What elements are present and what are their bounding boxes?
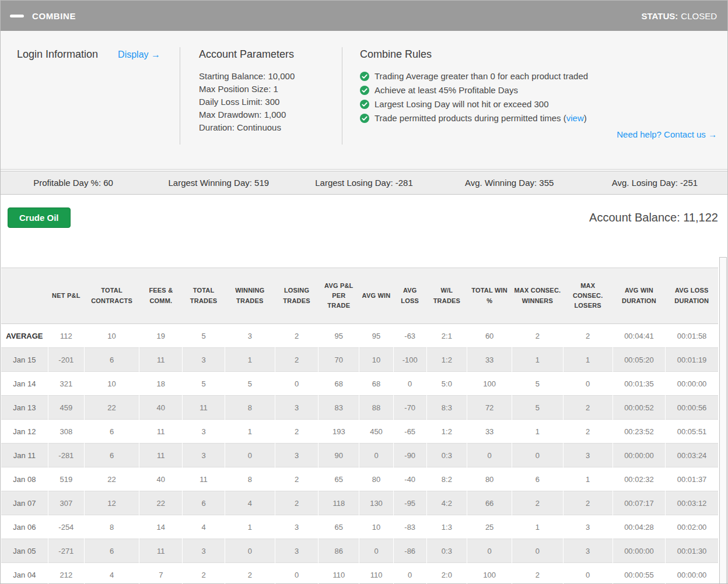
performance-table-section: NET P&LTOTAL CONTRACTSFEES & COMM.TOTAL … bbox=[1, 257, 727, 583]
rule-text: Largest Losing Day will not hit or excee… bbox=[374, 97, 549, 111]
table-cell: 8:2 bbox=[426, 467, 467, 491]
table-cell: -201 bbox=[48, 348, 84, 372]
table-cell: 68 bbox=[359, 372, 393, 396]
table-cell: 0 bbox=[467, 539, 512, 563]
table-cell: 1 bbox=[225, 515, 275, 539]
table-row: Jan 143211018550686805:01005000:01:3500:… bbox=[1, 372, 718, 396]
table-cell: 112 bbox=[48, 324, 84, 348]
table-cell: 6 bbox=[183, 491, 225, 515]
view-link[interactable]: view bbox=[566, 113, 584, 123]
row-label: Jan 11 bbox=[1, 444, 48, 467]
table-cell: 3 bbox=[183, 348, 225, 372]
table-cell: 11 bbox=[183, 467, 225, 491]
combine-rules-title: Combine Rules bbox=[360, 48, 717, 61]
help-row: Need help? Contact us → bbox=[360, 129, 717, 139]
table-cell: 00:05:51 bbox=[666, 420, 718, 444]
table-cell: 66 bbox=[467, 491, 512, 515]
parameter-line: Daily Loss Limit: 300 bbox=[199, 96, 342, 108]
table-header-row: NET P&LTOTAL CONTRACTSFEES & COMM.TOTAL … bbox=[1, 268, 718, 324]
table-cell: 130 bbox=[359, 491, 393, 515]
stat-largest-losing-day: Largest Losing Day: -281 bbox=[291, 178, 436, 188]
table-cell: 0 bbox=[225, 444, 275, 467]
table-scrollbar[interactable] bbox=[719, 257, 727, 583]
table-cell: 83 bbox=[318, 396, 359, 420]
table-cell: 2 bbox=[512, 563, 563, 584]
parameter-line: Max Drawdown: 1,000 bbox=[199, 108, 342, 121]
table-cell: 00:01:30 bbox=[666, 539, 718, 563]
table-cell: 2 bbox=[275, 491, 318, 515]
table-cell: 2 bbox=[512, 324, 563, 348]
display-link[interactable]: Display → bbox=[118, 50, 160, 60]
table-cell: 60 bbox=[467, 324, 512, 348]
table-cell: 6 bbox=[84, 348, 139, 372]
check-circle-icon bbox=[360, 100, 369, 109]
table-cell: 5 bbox=[183, 324, 225, 348]
table-cell: 00:02:00 bbox=[666, 515, 718, 539]
table-cell: 2 bbox=[275, 324, 318, 348]
column-header: W/L TRADES bbox=[426, 268, 467, 324]
minimize-icon[interactable] bbox=[10, 15, 24, 17]
check-circle-icon bbox=[360, 114, 369, 123]
table-cell: -63 bbox=[393, 324, 426, 348]
table-cell: 33 bbox=[467, 420, 512, 444]
table-cell: 2 bbox=[275, 467, 318, 491]
parameter-line: Starting Balance: 10,000 bbox=[199, 70, 342, 83]
rule-text: Trade permitted products during permitte… bbox=[374, 111, 587, 125]
row-label: Jan 14 bbox=[1, 372, 48, 396]
table-cell: 70 bbox=[318, 348, 359, 372]
table-cell: 307 bbox=[48, 491, 84, 515]
table-cell: 0 bbox=[225, 539, 275, 563]
column-header: TOTAL WIN % bbox=[467, 268, 512, 324]
login-information-section: Login Information Display → bbox=[1, 44, 180, 169]
table-cell: 1 bbox=[563, 467, 612, 491]
table-cell: 22 bbox=[84, 396, 139, 420]
table-cell: 0 bbox=[275, 563, 318, 584]
table-cell: 00:00:52 bbox=[612, 396, 665, 420]
table-cell: 450 bbox=[359, 420, 393, 444]
titlebar: COMBINE STATUS:CLOSED bbox=[1, 1, 727, 31]
account-row: Crude Oil Account Balance: 11,122 bbox=[1, 207, 727, 228]
table-cell: 00:05:20 bbox=[612, 348, 665, 372]
table-cell: 8 bbox=[84, 515, 139, 539]
table-cell: 0 bbox=[563, 372, 612, 396]
table-cell: 2 bbox=[563, 491, 612, 515]
table-cell: 00:00:00 bbox=[666, 563, 718, 584]
rule-item: Trade permitted products during permitte… bbox=[360, 111, 717, 125]
column-header: FEES & COMM. bbox=[139, 268, 183, 324]
table-cell: 2 bbox=[225, 563, 275, 584]
table-cell: 2:0 bbox=[426, 563, 467, 584]
table-cell: 3 bbox=[275, 444, 318, 467]
table-cell: 00:01:35 bbox=[612, 372, 665, 396]
table-row: Jan 06-2548144136510-831:3251300:04:2800… bbox=[1, 515, 718, 539]
table-cell: 11 bbox=[139, 348, 183, 372]
table-cell: 6 bbox=[512, 467, 563, 491]
table-cell: -70 bbox=[393, 396, 426, 420]
column-header: MAX CONSEC. LOSERS bbox=[563, 268, 612, 324]
table-cell: 65 bbox=[318, 515, 359, 539]
table-cell: 2 bbox=[275, 420, 318, 444]
main-content: Crude Oil Account Balance: 11,122 NET P&… bbox=[1, 195, 727, 583]
table-cell: 1 bbox=[512, 420, 563, 444]
table-cell: 3 bbox=[183, 420, 225, 444]
table-cell: 118 bbox=[318, 491, 359, 515]
table-cell: 00:00:00 bbox=[666, 372, 718, 396]
table-cell: 3 bbox=[275, 539, 318, 563]
table-cell: -271 bbox=[48, 539, 84, 563]
table-cell: 80 bbox=[467, 467, 512, 491]
table-cell: 3 bbox=[183, 539, 225, 563]
table-cell: 00:07:17 bbox=[612, 491, 665, 515]
column-header: AVG P&L PER TRADE bbox=[318, 268, 359, 324]
contact-us-link[interactable]: Need help? Contact us → bbox=[617, 129, 717, 139]
table-row: Jan 042124722011011002:01002000:00:5500:… bbox=[1, 563, 718, 584]
table-cell: 40 bbox=[139, 467, 183, 491]
column-header: LOSING TRADES bbox=[275, 268, 318, 324]
column-header: AVG LOSS DURATION bbox=[666, 268, 718, 324]
table-cell: 0 bbox=[563, 563, 612, 584]
product-button-crude-oil[interactable]: Crude Oil bbox=[8, 207, 71, 228]
table-cell: -254 bbox=[48, 515, 84, 539]
table-cell: 11 bbox=[139, 539, 183, 563]
row-label: Jan 13 bbox=[1, 396, 48, 420]
table-cell: 00:00:00 bbox=[612, 444, 665, 467]
table-cell: 193 bbox=[318, 420, 359, 444]
table-cell: 1:2 bbox=[426, 348, 467, 372]
